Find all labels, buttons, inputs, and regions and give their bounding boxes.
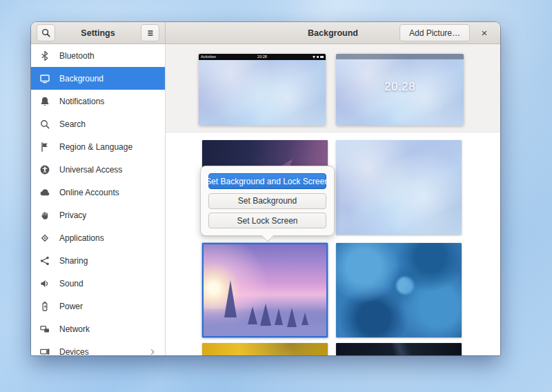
sidebar-item-label: Sharing — [59, 256, 88, 266]
search-button[interactable] — [37, 24, 55, 41]
wallpaper-dark-navy[interactable] — [336, 343, 462, 355]
sidebar-item-region-language[interactable]: Region & Language — [31, 135, 165, 158]
sidebar-item-sound[interactable]: Sound — [31, 272, 165, 295]
headerbar-right: Background Add Picture… × — [166, 22, 500, 43]
search-icon — [41, 28, 51, 38]
sidebar-item-label: Universal Access — [59, 165, 122, 175]
headerbar-left: Settings — [31, 22, 166, 43]
bluetooth-icon — [39, 50, 50, 61]
wallpaper-winter-sunset[interactable] — [202, 243, 328, 337]
battery-icon — [320, 56, 324, 58]
flag-icon — [39, 141, 50, 153]
set-background-popover: Set Background and Lock ScreenSet Backgr… — [200, 166, 335, 236]
sidebar-item-network[interactable]: Network — [31, 317, 165, 340]
sidebar-item-background[interactable]: Background — [31, 67, 165, 90]
sidebar-item-label: Online Accounts — [59, 188, 119, 197]
desktop-preview: Activities 20:28 — [199, 54, 326, 126]
accessibility-icon — [39, 164, 50, 175]
sidebar-item-label: Privacy — [59, 210, 86, 220]
add-picture-button[interactable]: Add Picture… — [400, 24, 470, 41]
tree-silhouette — [287, 308, 297, 327]
cloud-icon — [39, 187, 50, 198]
settings-window: Settings Background Add Picture… × Bluet… — [31, 22, 500, 355]
menu-icon — [146, 28, 155, 38]
mini-clock: 20:28 — [199, 54, 326, 60]
sidebar-item-sharing[interactable]: Sharing — [31, 249, 165, 272]
sidebar-item-power[interactable]: Power — [31, 295, 165, 317]
sidebar-item-bluetooth[interactable]: Bluetooth — [31, 44, 165, 67]
tree-silhouette — [302, 313, 308, 325]
set-lock-screen-button[interactable]: Set Lock Screen — [208, 213, 326, 228]
sidebar-item-devices[interactable]: Devices — [31, 340, 165, 355]
headerbar: Settings Background Add Picture… × — [31, 22, 500, 44]
sidebar-item-universal-access[interactable]: Universal Access — [31, 158, 165, 181]
devices-icon — [39, 346, 50, 356]
sidebar-item-notifications[interactable]: Notifications — [31, 90, 165, 112]
window-body: BluetoothBackgroundNotificationsSearchRe… — [31, 44, 500, 355]
mini-topbar: Activities 20:28 — [199, 54, 326, 60]
network-icon — [313, 56, 315, 59]
sidebar-item-label: Bluetooth — [59, 51, 95, 61]
tree-silhouette — [260, 304, 271, 326]
tree-silhouette — [248, 306, 257, 324]
current-background-preview: Activities 20:28 20:28 — [166, 44, 500, 133]
search-icon — [39, 119, 50, 130]
tree-silhouette — [275, 308, 283, 325]
speaker-icon — [39, 278, 50, 289]
sidebar-item-label: Applications — [59, 233, 104, 243]
bell-icon — [39, 96, 50, 107]
mini-status-area — [313, 56, 324, 59]
sidebar-item-label: Region & Language — [59, 142, 132, 152]
sidebar-item-label: Power — [59, 302, 83, 311]
wallpaper-blue-spirals[interactable] — [336, 243, 462, 337]
sidebar-item-label: Notifications — [59, 97, 104, 106]
sidebar-item-search[interactable]: Search — [31, 112, 165, 135]
chevron-right-icon — [148, 348, 157, 356]
applications-icon — [39, 233, 50, 244]
menu-button[interactable] — [141, 24, 159, 41]
sidebar-item-label: Sound — [59, 279, 83, 288]
sidebar-item-label: Background — [59, 74, 103, 84]
lock-top-band — [336, 54, 464, 59]
wallpaper-golden-field[interactable] — [202, 343, 328, 355]
close-button[interactable]: × — [475, 24, 493, 42]
sidebar-item-label: Network — [59, 324, 90, 334]
lock-clock: 20:28 — [336, 80, 464, 94]
sidebar-item-privacy[interactable]: Privacy — [31, 204, 165, 226]
volume-icon — [317, 56, 319, 59]
close-icon: × — [482, 27, 488, 39]
sidebar-item-applications[interactable]: Applications — [31, 226, 165, 249]
hand-icon — [39, 210, 50, 221]
sidebar-item-online-accounts[interactable]: Online Accounts — [31, 181, 165, 204]
set-background-button[interactable]: Set Background — [208, 193, 326, 209]
tree-silhouette — [224, 280, 237, 317]
wallpaper-frost-blue[interactable] — [336, 140, 462, 235]
display-icon — [39, 73, 50, 84]
sidebar-item-label: Search — [59, 119, 86, 129]
set-background-and-lock-screen-button[interactable]: Set Background and Lock Screen — [208, 173, 326, 189]
background-panel: Activities 20:28 20:28 Set Backgroun — [166, 44, 500, 355]
sidebar-item-label: Devices — [59, 347, 89, 356]
battery-icon — [39, 301, 50, 312]
lock-screen-preview: 20:28 — [336, 54, 464, 126]
share-icon — [39, 255, 50, 266]
network-icon — [39, 324, 50, 335]
sidebar: BluetoothBackgroundNotificationsSearchRe… — [31, 44, 166, 355]
